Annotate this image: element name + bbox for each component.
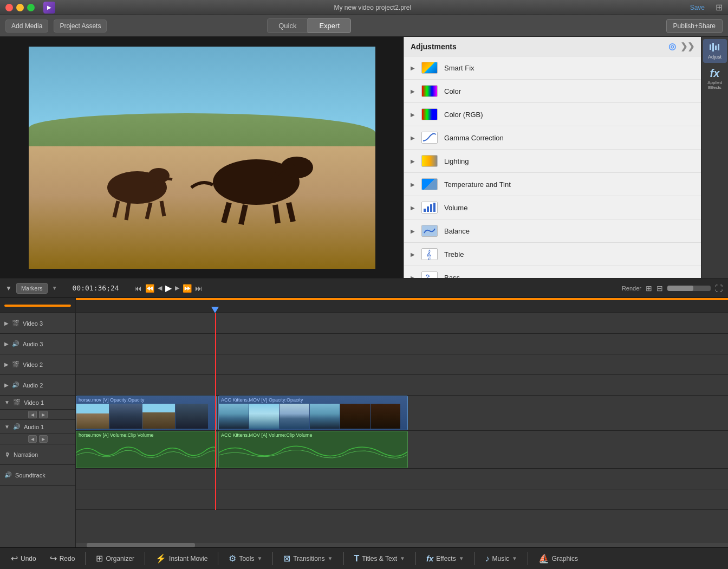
divider5 (343, 552, 344, 565)
step-forward-button[interactable]: ⏩ (183, 284, 192, 293)
step-back-button[interactable]: ⏪ (145, 284, 154, 293)
track-row-audio2[interactable] (76, 375, 728, 396)
color-rgb-icon (421, 108, 438, 120)
svg-line-10 (224, 203, 229, 223)
render-label: Render (622, 285, 641, 292)
track-label-video2: ▶ 🎬 Video 2 (0, 354, 75, 375)
main-toolbar: Add Media Project Assets Quick Expert Pu… (0, 15, 728, 37)
track-expand-video3[interactable]: ▶ (4, 320, 9, 326)
tools-button[interactable]: ⚙ Tools ▼ (223, 551, 268, 566)
audio1-forward-button[interactable]: ▶ (39, 435, 48, 443)
adj-item-bass[interactable]: ▶ 𝄢 Bass (404, 266, 701, 278)
close-button[interactable] (5, 4, 13, 11)
timeline-scrollbar-thumb[interactable] (87, 543, 195, 547)
video-frame (29, 47, 375, 269)
adj-item-smartfix[interactable]: ▶ Smart Fix (404, 56, 701, 80)
adj-item-color-rgb[interactable]: ▶ Color (RGB) (404, 103, 701, 126)
track-expand-audio3[interactable]: ▶ (4, 341, 9, 347)
titles-text-button[interactable]: T Titles & Text ▼ (349, 551, 411, 566)
side-panel: Adjust fx AppliedEffects (701, 37, 728, 278)
video1-clip2[interactable]: ACC Kittens.MOV [V] Opacity:Opacity (218, 396, 408, 430)
color-rgb-label: Color (RGB) (444, 111, 483, 119)
publish-share-button[interactable]: Publish+Share (666, 19, 723, 33)
markers-button[interactable]: Markers (16, 283, 48, 294)
track-row-audio1[interactable]: horse.mov [A] Volume:Clip Volume ACC Kit… (76, 431, 728, 469)
play-button[interactable]: ▶ (165, 283, 172, 293)
graphics-button[interactable]: ⛵ Graphics (533, 551, 583, 566)
titles-label: Titles & Text (362, 555, 397, 562)
video1-forward-button[interactable]: ▶ (39, 411, 48, 418)
audio1-clip2-label: ACC Kittens.MOV [A] Volume:Clip Volume (219, 431, 407, 439)
timeline-controls: ▼ Markers ▼ 00:01:36;24 ⏮ ⏪ ◀ ▶ ▶ ⏩ ⏭ Re… (0, 279, 728, 298)
track-row-video3[interactable] (76, 313, 728, 334)
markers-expand-icon[interactable]: ▼ (5, 284, 12, 292)
eye-icon[interactable]: ◎ (668, 41, 676, 51)
expand-arrow-icon: ▶ (411, 88, 415, 94)
svg-rect-25 (710, 44, 711, 50)
track-row-soundtrack[interactable] (76, 489, 728, 510)
organizer-button[interactable]: ⊞ Organizer (90, 551, 140, 566)
expert-mode-button[interactable]: Expert (308, 18, 351, 33)
expand-arrow-icon: ▶ (411, 65, 415, 71)
fullscreen-icon[interactable]: ⛶ (715, 284, 723, 293)
track-row-video1[interactable]: horse.mov [V] Opacity:Opacity ACC Kitten… (76, 396, 728, 431)
adj-item-temperature[interactable]: ▶ Temperature and Tint (404, 173, 701, 196)
timeline-scrollbar[interactable] (76, 543, 728, 547)
markers-dropdown-icon[interactable]: ▼ (52, 285, 57, 291)
audio1-clip1[interactable]: horse.mov [A] Volume:Clip Volume (76, 431, 217, 468)
balance-icon (421, 225, 438, 237)
goto-start-button[interactable]: ⏮ (134, 284, 142, 293)
track-expand-audio2[interactable]: ▶ (4, 382, 9, 388)
music-button[interactable]: ♪ Music ▼ (480, 551, 523, 566)
svg-rect-27 (715, 46, 717, 50)
quick-mode-button[interactable]: Quick (267, 18, 308, 33)
panel-toggle-button[interactable]: ⊞ (716, 2, 723, 12)
minimize-button[interactable] (16, 4, 24, 11)
track-row-narration[interactable] (76, 469, 728, 489)
chevron-right-icon[interactable]: ❯❯ (680, 41, 694, 51)
video1-back-button[interactable]: ◀ (28, 411, 37, 418)
adjustments-icons: ◎ ❯❯ (668, 41, 694, 51)
timeline-area: ▼ Markers ▼ 00:01:36;24 ⏮ ⏪ ◀ ▶ ▶ ⏩ ⏭ Re… (0, 278, 728, 547)
track-label-audio1: ▼ 🔊 Audio 1 ◀ ▶ (0, 420, 75, 444)
divider4 (272, 552, 273, 565)
frame-back-button[interactable]: ◀ (158, 284, 162, 292)
redo-button[interactable]: ↪ Redo (44, 551, 81, 566)
thumb (280, 404, 309, 429)
timeline-content[interactable]: 0:00:00 00:00:32;00 00:01:04;02 00:01:36… (76, 298, 728, 547)
zoom-slider[interactable] (667, 286, 711, 291)
track-expand-video1[interactable]: ▼ (4, 399, 10, 405)
applied-effects-button[interactable]: fx AppliedEffects (703, 64, 727, 94)
audio1-back-button[interactable]: ◀ (28, 435, 37, 443)
goto-end-button[interactable]: ⏭ (195, 284, 203, 293)
maximize-button[interactable] (27, 4, 35, 11)
add-media-button[interactable]: Add Media (5, 20, 48, 33)
adj-item-volume[interactable]: ▶ Volume (404, 196, 701, 219)
adj-item-balance[interactable]: ▶ Balance (404, 219, 701, 243)
track-expand-audio1[interactable]: ▼ (4, 424, 10, 430)
transitions-label: Transitions (293, 555, 324, 562)
audio1-clip2[interactable]: ACC Kittens.MOV [A] Volume:Clip Volume (218, 431, 408, 468)
undo-button[interactable]: ↩ Undo (5, 551, 42, 566)
adj-item-color[interactable]: ▶ Color (404, 80, 701, 103)
instant-movie-button[interactable]: ⚡ Instant Movie (150, 551, 213, 566)
transitions-button[interactable]: ⊠ Transitions ▼ (278, 551, 338, 566)
track-row-audio3[interactable] (76, 334, 728, 354)
title-bar: ▶ My new video project2.prel Save ⊞ (0, 0, 728, 15)
effects-button[interactable]: fx Effects ▼ (421, 551, 470, 566)
adj-item-treble[interactable]: ▶ 𝄞 Treble (404, 243, 701, 266)
video1-clip1[interactable]: horse.mov [V] Opacity:Opacity (76, 396, 217, 430)
frame-forward-button[interactable]: ▶ (175, 284, 179, 292)
graphics-icon: ⛵ (538, 553, 549, 564)
svg-line-12 (275, 205, 278, 223)
adj-item-gamma[interactable]: ▶ Gamma Correction (404, 126, 701, 150)
timeline-body: ▶ 🎬 Video 3 ▶ 🔊 Audio 3 ▶ 🎬 Video 2 ▶ 🔊 … (0, 298, 728, 547)
project-assets-button[interactable]: Project Assets (54, 20, 107, 33)
save-button[interactable]: Save (690, 4, 705, 11)
video1-clip1-thumbnails (76, 404, 216, 429)
track-expand-video2[interactable]: ▶ (4, 361, 9, 367)
track-row-video2[interactable] (76, 354, 728, 375)
adj-item-lighting[interactable]: ▶ Lighting (404, 150, 701, 173)
adjust-button[interactable]: Adjust (703, 39, 727, 63)
soundtrack-icon: 🔊 (4, 471, 12, 479)
